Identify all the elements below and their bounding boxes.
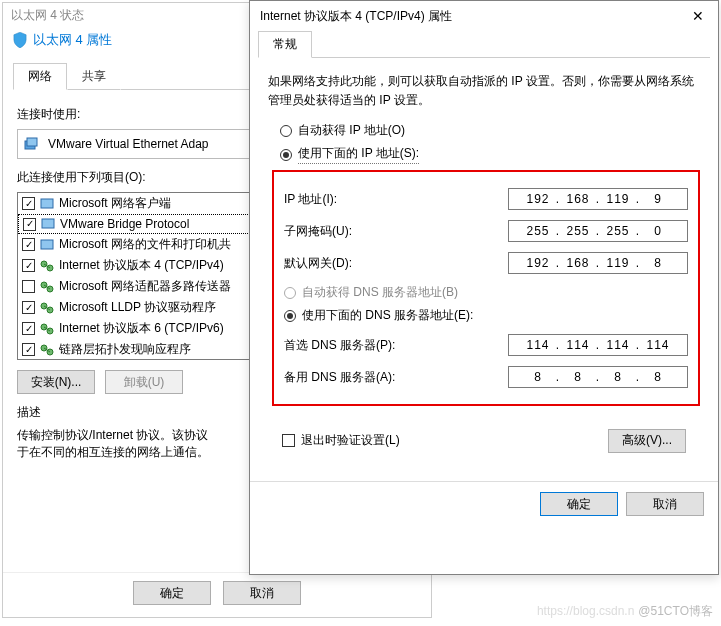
gateway-label: 默认网关(D): <box>284 255 508 272</box>
list-item-label: Internet 协议版本 4 (TCP/IPv4) <box>59 257 224 274</box>
subnet-mask-label: 子网掩码(U): <box>284 223 508 240</box>
list-item-label: VMware Bridge Protocol <box>60 217 189 231</box>
protocol-icon <box>39 259 55 273</box>
ip-octet[interactable]: 192 <box>522 192 554 206</box>
ip-octet[interactable]: 0 <box>642 224 674 238</box>
alternate-dns-label: 备用 DNS 服务器(A): <box>284 369 508 386</box>
cancel-button[interactable]: 取消 <box>626 492 704 516</box>
ip-octet[interactable]: 8 <box>642 370 674 384</box>
auto-dns-label: 自动获得 DNS 服务器地址(B) <box>302 284 458 301</box>
protocol-icon <box>39 301 55 315</box>
ipv4-content: 如果网络支持此功能，则可以获取自动指派的 IP 设置。否则，你需要从网络系统管理… <box>250 58 718 481</box>
ipv4-description: 如果网络支持此功能，则可以获取自动指派的 IP 设置。否则，你需要从网络系统管理… <box>268 72 700 110</box>
ethernet-prop-title: 以太网 4 属性 <box>33 31 112 49</box>
ipv4-properties-window: Internet 协议版本 4 (TCP/IPv4) 属性 ✕ 常规 如果网络支… <box>249 0 719 575</box>
validate-label: 退出时验证设置(L) <box>301 432 400 449</box>
watermark: https://blog.csdn.n@51CTO博客 <box>537 603 713 620</box>
client-icon <box>40 217 56 231</box>
svg-rect-1 <box>27 138 37 146</box>
tab-network[interactable]: 网络 <box>13 63 67 90</box>
ip-octet[interactable]: 192 <box>522 256 554 270</box>
list-item-label: Internet 协议版本 6 (TCP/IPv6) <box>59 320 224 337</box>
bg-ok-button[interactable]: 确定 <box>133 581 211 605</box>
use-ip-label: 使用下面的 IP 地址(S): <box>298 145 419 164</box>
client-icon <box>39 238 55 252</box>
auto-ip-label: 自动获得 IP 地址(O) <box>298 122 405 139</box>
preferred-dns-label: 首选 DNS 服务器(P): <box>284 337 508 354</box>
ip-octet[interactable]: 168 <box>562 192 594 206</box>
ok-button[interactable]: 确定 <box>540 492 618 516</box>
subnet-mask-input[interactable]: 255. 255. 255. 0 <box>508 220 688 242</box>
protocol-icon <box>39 280 55 294</box>
ip-octet[interactable]: 9 <box>642 192 674 206</box>
use-ip-radio-row[interactable]: 使用下面的 IP 地址(S): <box>280 145 700 164</box>
bg-cancel-button[interactable]: 取消 <box>223 581 301 605</box>
ip-octet[interactable]: 114 <box>602 338 634 352</box>
checkbox[interactable] <box>22 280 35 293</box>
close-button[interactable]: ✕ <box>678 1 718 31</box>
checkbox[interactable] <box>282 434 295 447</box>
checkbox[interactable] <box>22 197 35 210</box>
fg-tabs: 常规 <box>258 31 710 58</box>
svg-rect-3 <box>42 219 54 228</box>
svg-rect-2 <box>41 199 53 208</box>
ip-octet[interactable]: 255 <box>522 224 554 238</box>
uninstall-button: 卸载(U) <box>105 370 183 394</box>
ip-octet[interactable]: 255 <box>602 224 634 238</box>
ip-address-label: IP 地址(I): <box>284 191 508 208</box>
radio-icon[interactable] <box>284 310 296 322</box>
gateway-input[interactable]: 192. 168. 119. 8 <box>508 252 688 274</box>
ip-octet[interactable]: 255 <box>562 224 594 238</box>
radio-icon[interactable] <box>280 149 292 161</box>
checkbox[interactable] <box>22 301 35 314</box>
use-dns-label: 使用下面的 DNS 服务器地址(E): <box>302 307 473 324</box>
ip-octet[interactable]: 8 <box>642 256 674 270</box>
auto-ip-radio-row[interactable]: 自动获得 IP 地址(O) <box>280 122 700 139</box>
ip-octet[interactable]: 8 <box>522 370 554 384</box>
checkbox[interactable] <box>22 343 35 356</box>
radio-icon[interactable] <box>280 125 292 137</box>
checkbox[interactable] <box>22 322 35 335</box>
ip-octet[interactable]: 114 <box>642 338 674 352</box>
titlebar: Internet 协议版本 4 (TCP/IPv4) 属性 ✕ <box>250 1 718 31</box>
list-item-label: Microsoft 网络客户端 <box>59 195 171 212</box>
list-item-label: Microsoft LLDP 协议驱动程序 <box>59 299 216 316</box>
ip-settings-highlight: IP 地址(I): 192. 168. 119. 9 子网掩码(U): 255.… <box>272 170 700 406</box>
shield-icon <box>13 32 27 48</box>
list-item-label: 链路层拓扑发现响应程序 <box>59 341 191 358</box>
tab-general[interactable]: 常规 <box>258 31 312 58</box>
list-item-label: Microsoft 网络适配器多路传送器 <box>59 278 231 295</box>
window-title: Internet 协议版本 4 (TCP/IPv4) 属性 <box>260 8 452 25</box>
close-icon: ✕ <box>692 8 704 24</box>
protocol-icon <box>39 322 55 336</box>
ip-octet[interactable]: 119 <box>602 256 634 270</box>
checkbox[interactable] <box>23 218 36 231</box>
list-item-label: Microsoft 网络的文件和打印机共 <box>59 236 231 253</box>
ip-octet[interactable]: 8 <box>602 370 634 384</box>
ip-octet[interactable]: 168 <box>562 256 594 270</box>
adapter-name: VMware Virtual Ethernet Adap <box>48 137 209 151</box>
ip-octet[interactable]: 114 <box>562 338 594 352</box>
install-button[interactable]: 安装(N)... <box>17 370 95 394</box>
ip-octet[interactable]: 114 <box>522 338 554 352</box>
radio-icon <box>284 287 296 299</box>
validate-on-exit-row[interactable]: 退出时验证设置(L) <box>282 432 400 449</box>
ip-octet[interactable]: 8 <box>562 370 594 384</box>
checkbox[interactable] <box>22 238 35 251</box>
alternate-dns-input[interactable]: 8. 8. 8. 8 <box>508 366 688 388</box>
svg-rect-4 <box>41 240 53 249</box>
preferred-dns-input[interactable]: 114. 114. 114. 114 <box>508 334 688 356</box>
use-dns-radio-row[interactable]: 使用下面的 DNS 服务器地址(E): <box>284 307 688 324</box>
checkbox[interactable] <box>22 259 35 272</box>
tab-share[interactable]: 共享 <box>67 63 121 90</box>
advanced-button[interactable]: 高级(V)... <box>608 429 686 453</box>
ip-octet[interactable]: 119 <box>602 192 634 206</box>
auto-dns-radio-row: 自动获得 DNS 服务器地址(B) <box>284 284 688 301</box>
protocol-icon <box>39 343 55 357</box>
network-adapter-icon <box>24 137 40 151</box>
ip-address-input[interactable]: 192. 168. 119. 9 <box>508 188 688 210</box>
client-icon <box>39 197 55 211</box>
